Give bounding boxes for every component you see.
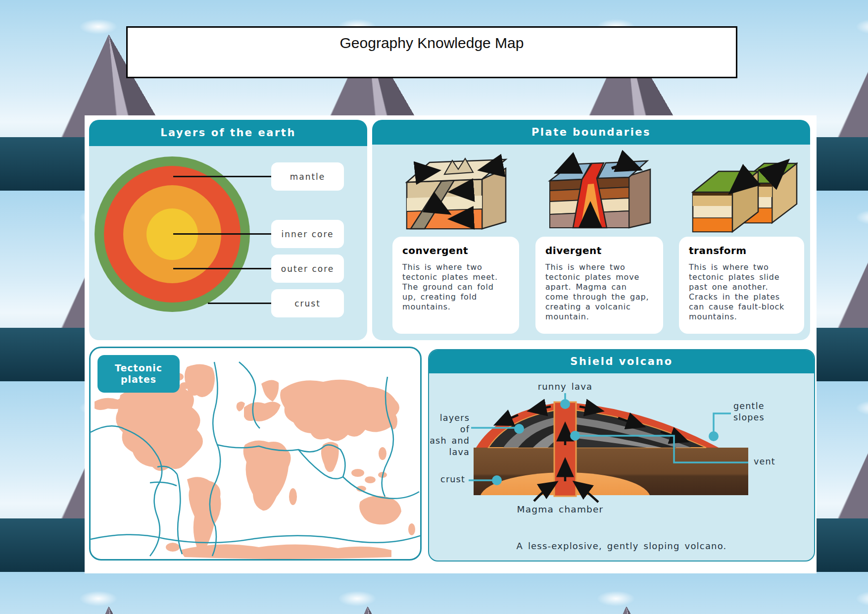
label-inner-core: inner core	[271, 220, 344, 248]
gentle-slopes-label: gentle slopes	[733, 401, 793, 423]
layers-of-earth-panel: Layers of the earth mantle inner core ou…	[89, 120, 367, 340]
label-outer-core-text: outer core	[281, 264, 335, 274]
page-title: Geography Knowledge Map	[128, 35, 736, 51]
tectonic-plates-panel: Tectonic plates	[89, 347, 422, 561]
divergent-diagram	[542, 149, 656, 235]
geography-knowledge-map-page: Geography Knowledge Map Layers of the ea…	[0, 0, 868, 614]
vent-channel	[554, 402, 576, 496]
label-inner-core-text: inner core	[282, 229, 334, 239]
pointer-line-inner-core	[173, 233, 271, 235]
magma-chamber-label: Magma chamber	[486, 504, 634, 515]
divergent-name: divergent	[545, 245, 656, 256]
pointer-line-outer-core	[173, 268, 271, 269]
divergent-description: This is where two tectonic plates move a…	[545, 262, 656, 322]
title-box: Geography Knowledge Map	[126, 26, 737, 78]
plate-boundaries-panel: Plate boundaries	[372, 120, 810, 340]
vent-label: vent	[754, 456, 775, 467]
label-mantle-text: mantle	[290, 172, 326, 182]
tectonic-plates-badge-text: Tectonic plates	[115, 362, 162, 385]
pointer-line-mantle	[173, 176, 271, 177]
label-crust-text: crust	[294, 299, 321, 308]
crust-label: crust	[429, 474, 465, 485]
label-outer-core: outer core	[271, 255, 344, 283]
runny-lava-label: runny lava	[511, 381, 620, 393]
transform-diagram	[684, 149, 798, 235]
ash-layers-label: layers of ash and lava	[429, 412, 470, 458]
label-mantle: mantle	[271, 162, 344, 191]
divergent-box: divergent This is where two tectonic pla…	[535, 237, 663, 334]
pointer-line-crust	[208, 303, 271, 304]
convergent-description: This is where two tectonic plates meet. …	[402, 262, 512, 312]
transform-name: transform	[689, 245, 797, 256]
convergent-box: convergent This is where two tectonic pl…	[392, 237, 519, 334]
label-crust: crust	[271, 289, 344, 317]
transform-description: This is where two tectonic plates slide …	[689, 262, 797, 322]
shield-volcano-title: Shield volcano	[429, 350, 814, 373]
shield-volcano-caption: A less-explosive, gently sloping volcano…	[448, 540, 795, 552]
convergent-diagram	[398, 149, 512, 235]
transform-box: transform This is where two tectonic pla…	[679, 237, 804, 334]
layers-panel-title: Layers of the earth	[89, 120, 367, 146]
shield-volcano-panel: Shield volcano	[428, 349, 815, 562]
plate-boundaries-title: Plate boundaries	[372, 120, 810, 145]
tectonic-plates-badge: Tectonic plates	[97, 355, 180, 393]
convergent-name: convergent	[402, 245, 512, 256]
